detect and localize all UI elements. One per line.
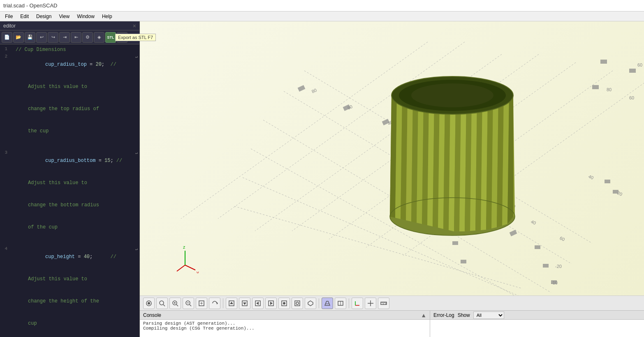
console-title: Console [143, 312, 161, 318]
menu-help[interactable]: Help [99, 13, 116, 20]
editor-panel: editor × 📄 📂 💾 ↩ ↪ ⇥ ⇤ ⚙ ◈ STL ⬇ Export … [0, 21, 140, 337]
editor-close[interactable]: × [133, 23, 136, 29]
menu-window[interactable]: Window [74, 13, 98, 20]
svg-marker-108 [256, 302, 259, 305]
console-header: Console ▲ [140, 311, 430, 320]
svg-text:-20: -20 [555, 264, 562, 269]
svg-text:-10: -10 [551, 280, 558, 285]
title-text: trial.scad - OpenSCAD [3, 2, 58, 9]
zoom-extents-button[interactable] [156, 298, 168, 309]
zoom-fit-button[interactable] [196, 298, 207, 309]
cup-3d [296, 30, 609, 243]
reset-view-button[interactable] [143, 298, 155, 309]
svg-marker-102 [217, 302, 218, 305]
bottom-panels: Console ▲ Parsing design (AST generation… [140, 310, 644, 337]
svg-marker-115 [308, 301, 313, 306]
show-select[interactable]: All Warnings Errors [473, 312, 504, 319]
perspective-button[interactable] [322, 298, 333, 309]
error-panel: Error-Log Show All Warnings Errors [430, 311, 644, 337]
view-left-button[interactable] [252, 298, 264, 309]
svg-point-114 [296, 302, 299, 305]
svg-text:60: 60 [637, 62, 642, 67]
zoom-in-button[interactable] [169, 298, 181, 309]
menu-design[interactable]: Design [33, 13, 55, 20]
preview-button[interactable]: ⚙ [82, 32, 93, 43]
view-bottom-button[interactable] [239, 298, 250, 309]
svg-text:z: z [183, 245, 185, 249]
svg-point-79 [411, 83, 493, 107]
svg-marker-104 [230, 302, 233, 304]
main-layout: editor × 📄 📂 💾 ↩ ↪ ⇥ ⇤ ⚙ ◈ STL ⬇ Export … [0, 21, 644, 337]
svg-text:y: y [197, 270, 199, 273]
svg-line-93 [176, 305, 178, 306]
view-back-button[interactable] [292, 298, 303, 309]
axes-button[interactable] [352, 298, 363, 309]
view-panel: 80 60 40 20 20 40 60 40 20 80 [140, 21, 644, 337]
svg-line-82 [177, 265, 185, 271]
orthogonal-button[interactable] [335, 298, 346, 309]
indent-in-button[interactable]: ⇥ [59, 32, 70, 43]
undo-button[interactable]: ↩ [36, 32, 47, 43]
view-front-button[interactable] [278, 298, 290, 309]
editor-title: editor [3, 23, 16, 29]
view-toolbar [140, 295, 644, 310]
error-header: Error-Log Show All Warnings Errors [430, 311, 644, 320]
svg-point-90 [160, 301, 164, 305]
svg-rect-113 [295, 301, 300, 306]
svg-text:60: 60 [629, 95, 634, 100]
toolbar-sep-1 [223, 298, 223, 308]
code-line-2: 2 cup_radius_top = 20; // Adjust this va… [0, 53, 139, 150]
new-button[interactable]: 📄 [2, 32, 12, 43]
save-button[interactable]: 💾 [25, 32, 35, 43]
error-content [430, 320, 644, 337]
toolbar-sep-2 [319, 298, 319, 308]
svg-line-97 [190, 305, 191, 306]
axis-indicator: x y z [173, 245, 206, 275]
ruler-button[interactable] [378, 298, 389, 309]
svg-marker-116 [325, 301, 330, 305]
console-panel: Console ▲ Parsing design (AST generation… [140, 311, 430, 337]
code-line-1: 1 // Cup Dimensions [0, 46, 139, 53]
svg-text:x: x [175, 272, 177, 273]
svg-line-91 [163, 305, 165, 306]
svg-rect-32 [461, 260, 466, 263]
menu-view[interactable]: View [56, 13, 73, 20]
open-button[interactable]: 📂 [13, 32, 24, 43]
redo-button[interactable]: ↪ [48, 32, 58, 43]
svg-marker-110 [270, 302, 273, 305]
code-line-4: 4 cup_height = 40; // Adjust this value … [0, 246, 139, 337]
editor-toolbar: 📄 📂 💾 ↩ ↪ ⇥ ⇤ ⚙ ◈ STL ⬇ Export as STL F7 [0, 30, 139, 44]
error-title: Error-Log [433, 312, 454, 318]
svg-rect-43 [613, 190, 619, 194]
svg-rect-40 [629, 69, 636, 73]
render-button[interactable]: ◈ [94, 32, 104, 43]
titlebar: trial.scad - OpenSCAD [0, 0, 644, 12]
console-line-1: Parsing design (AST generation)... [143, 321, 426, 326]
svg-marker-106 [243, 302, 246, 305]
rotate-button[interactable] [209, 298, 220, 309]
menu-edit[interactable]: Edit [17, 13, 32, 20]
viewport[interactable]: 80 60 40 20 20 40 60 40 20 80 [140, 21, 644, 295]
menu-file[interactable]: File [2, 13, 16, 20]
svg-point-89 [148, 302, 150, 305]
view-top-button[interactable] [226, 298, 237, 309]
code-editor[interactable]: 1 // Cup Dimensions 2 cup_radius_top = 2… [0, 44, 139, 337]
console-close[interactable]: ▲ [421, 312, 426, 318]
editor-header: editor × [0, 21, 139, 30]
code-line-3: 3 cup_radius_bottom = 15; // Adjust this… [0, 150, 139, 246]
svg-point-112 [283, 302, 285, 305]
console-line-2: Compiling design (CSG Tree generation)..… [143, 326, 426, 331]
view-right-button[interactable] [265, 298, 277, 309]
indent-out-button[interactable]: ⇤ [71, 32, 81, 43]
menubar: File Edit Design View Window Help [0, 12, 644, 21]
console-content: Parsing design (AST generation)... Compi… [140, 320, 430, 337]
zoom-out-button[interactable] [183, 298, 194, 309]
svg-rect-33 [535, 245, 540, 249]
svg-rect-34 [543, 264, 549, 268]
view-diag-button[interactable] [305, 298, 316, 309]
crosshairs-button[interactable] [365, 298, 376, 309]
show-label: Show [458, 312, 470, 318]
stl-tooltip: Export as STL F7 [115, 34, 156, 41]
export-stl-button[interactable]: STL [105, 32, 116, 43]
toolbar-sep-3 [349, 298, 349, 308]
